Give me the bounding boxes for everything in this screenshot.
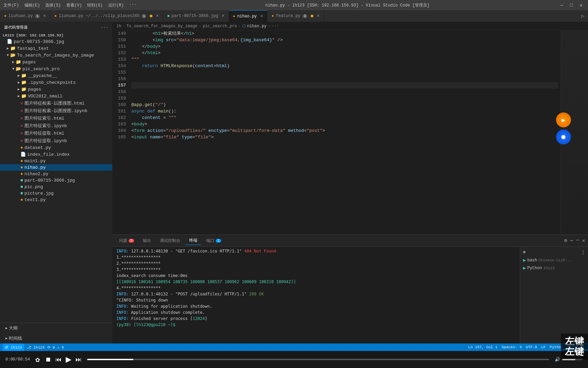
tab-liuhuan2[interactable]: ● liuhuan.py ~/../../clip_places365 1 × — [50, 10, 163, 22]
menu-run[interactable]: 运行(R) — [108, 2, 124, 8]
terminal-session-bash[interactable]: ▶ bash Chinese-CLIP... — [520, 256, 588, 264]
sidebar-item-ipynb[interactable]: ▶ 📁 .ipynb_checkpoints — [0, 79, 112, 86]
sidebar-item-text1[interactable]: ● text1.py — [0, 197, 112, 203]
panel-tab-problems[interactable]: 问题 5 — [115, 236, 138, 245]
code-editor[interactable]: 149 150 151 152 153 154 155 156 157 158 … — [112, 30, 588, 234]
statusbar-branch[interactable]: ⎇ lh123 — [27, 345, 45, 350]
panel-tab-port[interactable]: 端口 1 — [202, 236, 225, 245]
panel-add-terminal[interactable]: ⊕ — [564, 237, 567, 244]
sidebar-item-fastapi[interactable]: ▶ 📁 fastapi_text — [0, 45, 112, 52]
win-minimize[interactable]: — — [558, 2, 565, 9]
statusbar-encoding[interactable]: UTF-8 — [526, 345, 537, 349]
panel-minimize[interactable]: — — [576, 237, 579, 244]
sidebar-label-pages2: pages — [28, 87, 41, 92]
folder-icon-ipynb: 📁 — [21, 80, 27, 85]
panel-tab-output[interactable]: 输出 — [139, 236, 155, 245]
win-close[interactable]: ✕ — [578, 2, 585, 9]
tab-close-feature[interactable]: × — [317, 13, 320, 19]
tab-modified-feature — [311, 15, 313, 17]
statusbar-eol[interactable]: LF — [541, 345, 545, 349]
breadcrumb: lh › To_search_for_images_by_image › pic… — [112, 22, 588, 30]
panel-tab-terminal[interactable]: 终端 — [185, 236, 201, 245]
sidebar-item-pages2[interactable]: ▶ 📁 pages — [0, 86, 112, 93]
panel-split-terminal[interactable]: ⋯ — [570, 237, 573, 244]
timeline-label: 时间线 — [9, 335, 22, 341]
sidebar-item-img6[interactable]: ✕ 图片特征提取.ipynb — [0, 137, 112, 144]
menu-select[interactable]: 选择(S) — [45, 2, 61, 8]
video-progress[interactable] — [87, 359, 549, 360]
sidebar-label-index-file: index_file.index — [27, 152, 70, 157]
sidebar-item-pic-png[interactable]: ■ pic.png — [0, 184, 112, 190]
python-icon: ▶ — [523, 265, 526, 271]
sidebar-item-img5[interactable]: ✕ 图片特征提取.html — [0, 129, 112, 137]
tab-nihao[interactable]: ● nihao.py × — [229, 10, 268, 22]
video-play[interactable]: ▶ — [66, 355, 71, 364]
sidebar-item-to-search[interactable]: ▼ 📂 To_search_for_images_by_image — [0, 52, 112, 59]
sidebar-item-part2[interactable]: ■ part-00715-3866.jpg — [0, 177, 112, 184]
sidebar-timeline[interactable]: ▶ 时间线 — [0, 333, 112, 343]
video-controls[interactable]: ⏹ ⏮ ▶ ⏭ — [45, 355, 82, 364]
terminal-new-icon[interactable]: ⊕ — [523, 249, 526, 255]
sidebar-item-nihao2[interactable]: ● nihao2.py — [0, 171, 112, 177]
run-button[interactable]: ▷ — [578, 10, 588, 22]
video-stop[interactable]: ⏹ — [45, 356, 51, 363]
tab-liuhuan1[interactable]: ● liuhuan.py 1 × — [0, 10, 50, 22]
tab-close-liuhuan1[interactable]: × — [43, 13, 46, 19]
statusbar-sync[interactable]: ⟳ 0 ⚠ 5 — [47, 345, 64, 350]
sidebar-item-main1[interactable]: ● main1.py — [0, 158, 112, 164]
sidebar-item-outline[interactable]: ▶ 大纲 — [3, 324, 110, 332]
statusbar-ln-col[interactable]: Ln 157, Col 1 — [468, 345, 497, 349]
menu-edit[interactable]: 编辑(E) — [24, 2, 40, 8]
panel-close[interactable]: ✕ — [582, 237, 585, 244]
sidebar-item-img3[interactable]: ✕ 图片特征索引.html — [0, 114, 112, 122]
sidebar-item-img4[interactable]: ✕ 图片特征索引.ipynb — [0, 122, 112, 129]
terminal-content[interactable]: INFO: 127.0.0.1:48130 - "GET /favicon.ic… — [112, 247, 520, 343]
tab-close-part[interactable]: × — [222, 13, 224, 19]
sidebar-item-timeline[interactable]: ▶ 时间线 — [3, 335, 110, 342]
panel-tab-debug[interactable]: 调试控制台 — [156, 236, 184, 245]
tab-feature[interactable]: ● feature.py 3 × — [267, 10, 324, 22]
panel-actions[interactable]: ⊕ ⋯ — ✕ — [564, 237, 585, 244]
tab-part[interactable]: ■ part-00715-3866.jpg × — [163, 10, 229, 22]
terminal-session-actions[interactable]: ⊕ ⋮ — [520, 248, 588, 256]
sidebar-item-dataset[interactable]: ● dataset.py — [0, 144, 112, 151]
sidebar-item-pycache[interactable]: ▶ 📁 __pycache__ — [0, 72, 112, 79]
sidebar-item-img1[interactable]: ✕ 图片特征检索-以图搜图.html — [0, 99, 112, 107]
statusbar-ssh[interactable]: ⮺ lh123 — [3, 343, 24, 351]
tab-close-liuhuan2[interactable]: × — [156, 13, 159, 19]
video-next[interactable]: ⏭ — [76, 356, 82, 363]
window-controls[interactable]: — □ ✕ — [558, 2, 585, 9]
floating-play-btn[interactable]: ▶ — [556, 112, 571, 127]
code-content[interactable]: <h1>检索结果</h1> <img src="data:image/jpeg;… — [129, 30, 561, 234]
menu-more[interactable]: ··· — [129, 2, 137, 8]
sidebar-items: LH123 [SSH: 192.168.156.93] 📄 part-00715… — [0, 33, 112, 323]
code-line-153: """ — [131, 56, 558, 63]
sidebar-item-pages[interactable]: ▶ 📁 pages — [0, 59, 112, 65]
sidebar-item-voc2012[interactable]: ▶ 📁 VOC2012_small — [0, 93, 112, 99]
menu-view[interactable]: 查看(V) — [66, 2, 82, 8]
sidebar-item-picture[interactable]: ■ picture.jpg — [0, 190, 112, 197]
sidebar-item-part-img[interactable]: 📄 part-00715-3866.jpg — [0, 38, 112, 45]
tab-close-nihao[interactable]: × — [260, 14, 263, 19]
floating-record-btn[interactable]: ⏺ — [556, 129, 571, 144]
titlebar-menu[interactable]: 文件(F) 编辑(E) 选择(S) 查看(V) 转到(G) 运行(R) ··· — [3, 2, 136, 8]
sidebar-label-text1: text1.py — [24, 197, 46, 202]
terminal-session-python[interactable]: ▶ Python lh123 — [520, 264, 588, 272]
arrow-pycache: ▶ — [18, 74, 20, 78]
sidebar-item-img2[interactable]: ✕ 图片特征检索-以图搜图.ipynb — [0, 107, 112, 114]
sidebar-label-pic-search-pro: pic_search_pro — [22, 66, 60, 72]
tab-badge-liuhuan1: 1 — [35, 14, 40, 18]
sidebar-item-nihao[interactable]: ● nihao.py — [0, 164, 112, 171]
sidebar-item-pic-search-pro[interactable]: ▼ 📂 pic_search_pro — [0, 65, 112, 72]
menu-goto[interactable]: 转到(G) — [87, 2, 103, 8]
folder-icon-pycache: 📁 — [21, 73, 27, 78]
video-prev[interactable]: ⏮ — [55, 356, 62, 363]
menu-file[interactable]: 文件(F) — [3, 2, 19, 8]
win-maximize[interactable]: □ — [568, 2, 575, 9]
sidebar-item-index-file[interactable]: 📄 index_file.index — [0, 151, 112, 158]
sidebar-menu-dots[interactable]: ··· — [101, 26, 108, 30]
terminal-split-icon[interactable]: ⋮ — [581, 249, 585, 255]
statusbar-spaces[interactable]: Spaces: 4 — [502, 345, 522, 349]
folder-icon-fastapi: 📁 — [10, 46, 16, 51]
sidebar-outline[interactable]: ▶ 大纲 — [0, 323, 112, 333]
